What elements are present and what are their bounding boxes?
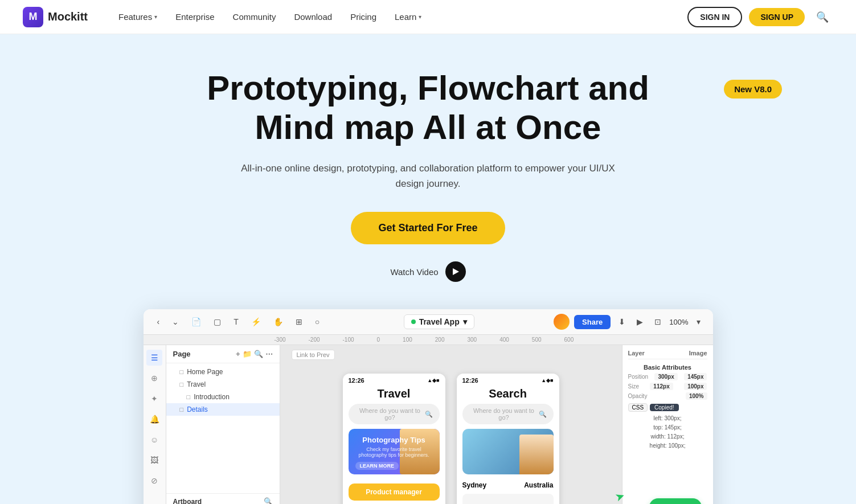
copied-badge: Copied! [650, 404, 678, 411]
nav-item-community[interactable]: Community [225, 9, 284, 25]
search-icon[interactable]: 🔍 [812, 9, 833, 26]
css-values: left: 300px; top: 145px; width: 112px; h… [628, 414, 707, 450]
phone-title: Travel [343, 385, 445, 404]
signup-button[interactable]: SIGN UP [749, 8, 805, 26]
shape-tool[interactable]: ○ [310, 315, 324, 329]
layer-panel: Page + 📁 🔍 ⋯ □ Home Page □ Tr [166, 345, 280, 504]
phone-bottom-card: Product manager [349, 483, 440, 501]
avatar [554, 314, 570, 330]
zoom-level[interactable]: 100% [669, 318, 688, 326]
phone-search-bar: Where do you want to go? 🔍 [462, 404, 554, 424]
component-tool[interactable]: ⊞ [291, 315, 307, 329]
layer-item[interactable]: □ Home Page [166, 366, 280, 378]
navbar-nav: Features ▾ Enterprise Community Download… [110, 9, 687, 25]
layer-items: □ Home Page □ Travel □ Introduction □ De… [166, 363, 280, 493]
back-button[interactable]: ‹ [153, 315, 165, 329]
phone-card: Photography Tips Check my favorite trave… [349, 429, 440, 474]
page-icon: □ [180, 381, 184, 388]
nav-item-pricing[interactable]: Pricing [342, 9, 384, 25]
app-toolbar: ‹ ⌄ 📄 ▢ T ⚡ ✋ ⊞ ○ Travel App ▾ Share [144, 309, 713, 335]
toolbar-right: Share ⬇ ▶ ⊡ 100% ▾ [554, 314, 703, 330]
nav-item-enterprise[interactable]: Enterprise [167, 9, 222, 25]
toolbar-center: Travel App ▾ [329, 314, 549, 329]
navbar-actions: SIGN IN SIGN UP 🔍 [687, 7, 833, 27]
phone-card-learn: LEARN MORE [355, 462, 399, 470]
layer-item-active[interactable]: □ Details [166, 403, 280, 416]
nav-item-download[interactable]: Download [286, 9, 340, 25]
chevron-down-icon[interactable]: ▾ [693, 315, 704, 329]
layer-panel-header: Page + 📁 🔍 ⋯ [166, 345, 280, 363]
phone-card-subtitle: Check my favorite travel photography tip… [355, 446, 433, 458]
share-button[interactable]: Share [574, 315, 611, 329]
link-prev-label: Link to Prev [292, 350, 335, 360]
nav-item-learn[interactable]: Learn ▾ [387, 9, 429, 25]
search-icon: 🔍 [425, 411, 433, 418]
logo-text: Mockitt [48, 10, 88, 23]
chevron-down-icon: ▾ [419, 14, 421, 20]
download-icon[interactable]: ⬇ [615, 315, 629, 329]
folder-icon[interactable]: 📁 [243, 350, 252, 358]
designer-badge: Designer [649, 498, 702, 504]
toolbar-left: ‹ ⌄ 📄 ▢ T ⚡ ✋ ⊞ ○ [153, 315, 325, 329]
phone-status-icons: ▲◆■ [541, 378, 553, 383]
page-icon: □ [187, 394, 191, 400]
forward-dropdown[interactable]: ⌄ [167, 315, 183, 329]
version-badge: New V8.0 [724, 80, 782, 99]
logo-icon: M [23, 7, 43, 27]
hand-tool[interactable]: ✋ [269, 315, 288, 329]
css-row: CSS Copied! [628, 403, 707, 412]
phone-status-bar: 12:26 ▲◆■ [343, 374, 445, 385]
props-panel-title: Layer Image [628, 350, 707, 359]
hero-section: New V8.0 Prototyping, Flowchart and Mind… [0, 34, 856, 504]
props-panel: Layer Image Basic Attributes Position 30… [622, 345, 713, 504]
new-frame-button[interactable]: 📄 [187, 315, 206, 329]
props-section-title: Basic Attributes [628, 364, 707, 371]
watch-video-label: Watch Video [390, 267, 438, 277]
hero-subtitle: All-in-one online design, prototyping, a… [235, 161, 622, 191]
page-icon: □ [180, 368, 184, 375]
app-ruler: -300 -200 -100 0 100 200 300 400 500 600 [144, 335, 713, 345]
artboard-header: Artboard 🔍 [166, 494, 280, 504]
logo[interactable]: M Mockitt [23, 7, 88, 27]
signin-button[interactable]: SIGN IN [687, 7, 742, 27]
project-name[interactable]: Travel App ▾ [404, 314, 474, 329]
phone-status-bar: 12:26 ▲◆■ [457, 374, 559, 385]
path-tool[interactable]: ⚡ [247, 315, 265, 329]
cta-button[interactable]: Get Started For Free [351, 212, 505, 244]
nav-item-features[interactable]: Features ▾ [110, 9, 165, 25]
phone-mockup-travel: 12:26 ▲◆■ Travel Where do you want to go… [343, 374, 445, 504]
page-icon: □ [180, 406, 184, 413]
chevron-down-icon: ▾ [463, 317, 467, 326]
layers-icon[interactable]: ☰ [146, 350, 162, 366]
layer-header-icons: + 📁 🔍 ⋯ [236, 350, 273, 358]
chevron-down-icon: ▾ [154, 14, 157, 20]
more-options-icon[interactable]: ⋯ [265, 350, 273, 358]
app-body: ☰ ⊕ ✦ 🔔 ☺ 🖼 ⊘ Page + 📁 🔍 ⋯ [144, 345, 713, 504]
emoji-icon[interactable]: ☺ [146, 432, 162, 448]
settings-icon[interactable]: ⊘ [146, 473, 162, 489]
status-dot [411, 319, 416, 324]
image-icon[interactable]: 🖼 [146, 452, 162, 468]
search-icon: 🔍 [539, 411, 547, 418]
components-icon[interactable]: ⊕ [146, 370, 162, 386]
layer-item[interactable]: □ Travel [166, 378, 280, 391]
destination-info: Sydney Australia [457, 479, 559, 491]
text-tool[interactable]: T [229, 315, 243, 329]
layer-item[interactable]: □ Introduction [166, 391, 280, 403]
phone-title: Search [457, 385, 559, 404]
play-button[interactable] [445, 261, 466, 282]
search-artboard-icon[interactable]: 🔍 [264, 497, 273, 504]
artboard-subpanel: Artboard 🔍 1 📄 Artboard 1 2 📄 Artboard 2 [166, 493, 280, 504]
assets-icon[interactable]: ✦ [146, 391, 162, 407]
destination-image2 [462, 494, 554, 504]
frame-tool[interactable]: ▢ [209, 315, 226, 329]
play-icon[interactable]: ▶ [633, 315, 646, 329]
opacity-row: Opacity 100% [628, 392, 707, 400]
canvas-area: Link to Prev 12:26 ▲◆■ Travel Where do y… [280, 345, 622, 504]
add-layer-icon[interactable]: + [236, 350, 240, 358]
alerts-icon[interactable]: 🔔 [146, 411, 162, 427]
search-layer-icon[interactable]: 🔍 [254, 350, 263, 358]
navbar: M Mockitt Features ▾ Enterprise Communit… [0, 0, 856, 34]
layout-icon[interactable]: ⊡ [651, 315, 665, 329]
watch-video-row: Watch Video [11, 261, 845, 282]
